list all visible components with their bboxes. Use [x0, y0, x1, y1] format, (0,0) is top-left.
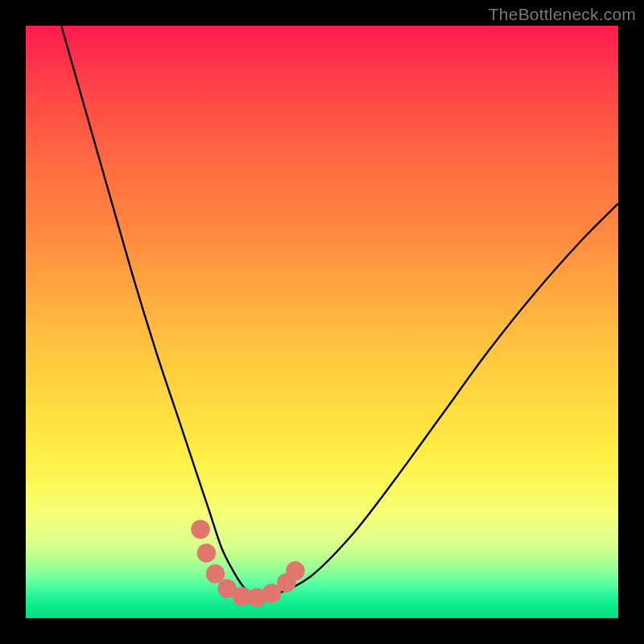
marker-group	[191, 520, 304, 607]
curve-marker	[206, 564, 225, 584]
chart-frame: TheBottleneck.com	[0, 0, 644, 644]
bottleneck-curve	[61, 26, 618, 597]
curve-marker	[191, 520, 210, 539]
watermark-text: TheBottleneck.com	[489, 5, 636, 24]
curve-marker	[197, 543, 217, 563]
curve-svg	[26, 26, 618, 618]
plot-area	[26, 26, 618, 618]
curve-marker	[286, 561, 305, 580]
